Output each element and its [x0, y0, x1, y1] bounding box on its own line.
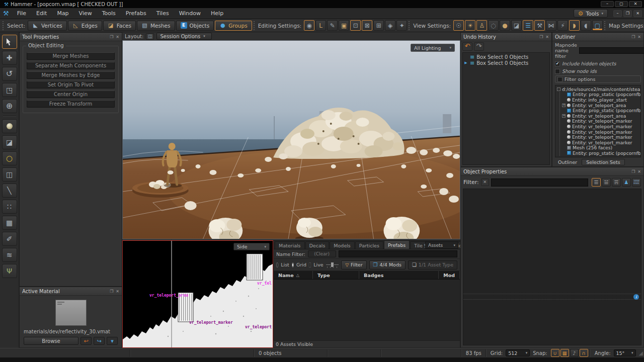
asset-tab[interactable]: Materials: [275, 241, 305, 249]
menu-item[interactable]: Help: [206, 8, 228, 19]
tool-action-button[interactable]: Merge Meshes by Edge: [27, 71, 115, 79]
flat-list-icon[interactable]: ☰: [592, 178, 601, 187]
tree-item[interactable]: Entity: vr_teleport_marker: [562, 134, 639, 140]
edge-slide-icon[interactable]: ✎: [327, 20, 338, 31]
close-button[interactable]: ✕: [629, 1, 642, 7]
select-mode-button[interactable]: ▧ Meshes: [137, 21, 175, 31]
properties-filter-input[interactable]: [491, 178, 588, 187]
viewport-3d[interactable]: All Lighting ▾: [122, 40, 460, 239]
player-clip-icon[interactable]: ♙: [476, 20, 487, 31]
menu-item[interactable]: File: [12, 8, 31, 19]
tool-separator[interactable]: [3, 116, 16, 117]
texture-tool[interactable]: ▦: [2, 216, 17, 230]
float-panel-icon[interactable]: ❐: [631, 35, 635, 39]
entity-tool[interactable]: [2, 119, 17, 133]
material-preview[interactable]: [55, 300, 87, 326]
viewport-2d[interactable]: vr_teleport_area vr_teleport_marker vr_t…: [122, 240, 273, 348]
properties-splitter[interactable]: i: [463, 294, 641, 300]
float-panel-icon[interactable]: ❐: [110, 35, 113, 39]
tree-item[interactable]: Entity: vr_teleport_marker: [562, 129, 639, 135]
tree-item[interactable]: Entity: vr_teleport_marker: [562, 119, 639, 124]
toolbar-grip[interactable]: [254, 21, 255, 30]
minimize-button[interactable]: –: [601, 1, 614, 7]
tool-action-button[interactable]: Set Origin To Pivot: [27, 81, 115, 88]
tree-item[interactable]: Entity: prop_static (popcornfbx): [562, 92, 639, 98]
monitor-icon[interactable]: ▢: [592, 20, 603, 31]
tile-layers-icon[interactable]: ☰: [523, 20, 533, 31]
menu-item[interactable]: Prefabs: [121, 8, 151, 19]
asset-tab[interactable]: Models: [330, 241, 354, 249]
sphere-shaded-icon[interactable]: ◌: [488, 20, 499, 31]
light-preview-icon[interactable]: ☀: [465, 20, 475, 31]
grouped-list-icon[interactable]: ☱: [602, 178, 611, 187]
polygon-tool[interactable]: ○: [2, 151, 17, 165]
menu-item[interactable]: Tiles: [151, 8, 174, 19]
close-panel-icon[interactable]: ✕: [637, 169, 641, 174]
asset-list-body[interactable]: [274, 280, 460, 340]
mdi-restore-button[interactable]: ❐: [623, 10, 632, 17]
close-panel-icon[interactable]: ✕: [116, 35, 119, 39]
grid-size-dropdown[interactable]: 512 ▾: [506, 349, 530, 356]
block-tool[interactable]: ◪: [2, 135, 17, 149]
portal-icon[interactable]: ◗: [569, 20, 580, 31]
mdi-minimize-button[interactable]: –: [613, 10, 622, 17]
apply-material-icon[interactable]: ↪: [94, 337, 105, 345]
menu-item[interactable]: Map: [52, 8, 73, 19]
tree-item[interactable]: Entity: vr_teleport_marker: [562, 140, 639, 145]
tab-selection-sets[interactable]: Selection Sets: [582, 159, 624, 165]
lighting-mode-dropdown[interactable]: All Lighting ▾: [411, 44, 455, 52]
tree-item[interactable]: Mesh (256 faces): [562, 145, 639, 151]
tool-action-button[interactable]: Separate Mesh Components: [27, 62, 115, 69]
more-options-icon[interactable]: ▾: [107, 337, 118, 345]
filter-button[interactable]: ▽ Filter: [341, 260, 366, 269]
tool-action-button[interactable]: Center Origin: [27, 90, 115, 98]
paint-tool[interactable]: ✐: [2, 232, 17, 246]
rotate-tool[interactable]: ↺: [2, 67, 17, 81]
asset-type-button[interactable]: ❏ 1/1 Asset Type: [408, 260, 457, 269]
tool-action-button[interactable]: Freeze Transform: [27, 100, 115, 108]
pivot-tool[interactable]: ⊕: [2, 99, 17, 113]
snap-grid-icon[interactable]: ▦: [560, 349, 569, 357]
list-radio[interactable]: [276, 262, 278, 267]
mdi-close-button[interactable]: ✕: [633, 10, 642, 17]
mods-button[interactable]: ❐ 4/4 Mods: [369, 260, 406, 269]
gizmo-space-icon[interactable]: ◈: [385, 20, 395, 31]
tree-item[interactable]: + Entity: vr_teleport_area: [562, 113, 639, 119]
asset-tab[interactable]: Decals: [305, 241, 330, 249]
view-orientation-dropdown[interactable]: Side ▾: [233, 243, 270, 250]
redo-button[interactable]: ↷: [474, 42, 484, 51]
menu-item[interactable]: View: [74, 8, 97, 19]
raw-binary-icon[interactable]: 1010 0101: [632, 178, 641, 187]
tools-dropdown[interactable]: ⚙ Tools ▾: [574, 9, 608, 18]
handle-select-icon[interactable]: ⊠: [362, 20, 372, 31]
clip-tool[interactable]: ╲: [2, 184, 17, 198]
model-edit-icon[interactable]: ▣: [339, 20, 349, 31]
close-panel-icon[interactable]: ✕: [637, 35, 641, 39]
snap-notes-icon[interactable]: ♪: [570, 349, 579, 357]
box-select-icon[interactable]: ⊡: [350, 20, 361, 31]
bones-icon[interactable]: ⋈: [546, 20, 556, 31]
tree-item[interactable]: Entity: vr_teleport_marker: [562, 124, 639, 129]
tree-item[interactable]: Entity: prop_static (popcornfbx): [562, 108, 639, 113]
clear-filter-button[interactable]: (Clear): [308, 250, 336, 257]
include-hidden-checkbox[interactable]: ✔: [555, 61, 560, 66]
thumbnail-size-slider[interactable]: [326, 261, 339, 268]
world-snap-icon[interactable]: ◉: [304, 20, 314, 31]
undo-button[interactable]: ↶: [462, 42, 472, 51]
grid-radio[interactable]: [292, 262, 294, 267]
expand-icon[interactable]: +: [562, 114, 566, 118]
soft-select-icon[interactable]: ⊞: [373, 20, 384, 31]
tab-outliner[interactable]: Outliner: [555, 159, 580, 165]
tool-action-button[interactable]: Merge Meshes: [27, 52, 115, 60]
select-mode-button[interactable]: ● Groups: [215, 21, 252, 31]
column-header[interactable]: Name △: [274, 271, 313, 279]
layout-grid-icon[interactable]: ◫: [146, 33, 154, 40]
foliage-tool[interactable]: Ψ: [2, 264, 17, 278]
undo-list-item[interactable]: ▶ ≡ Box Select 0 Objects: [463, 60, 549, 66]
scale-tool[interactable]: ◳: [2, 83, 17, 97]
column-header[interactable]: Badges △: [359, 271, 439, 279]
float-panel-icon[interactable]: ❐: [539, 35, 543, 39]
undo-list-item[interactable]: ▶ ≡ Box Select 0 Objects: [463, 54, 549, 60]
filter-options-checkbox[interactable]: [557, 77, 562, 82]
asset-tab[interactable]: Particles: [355, 241, 383, 249]
